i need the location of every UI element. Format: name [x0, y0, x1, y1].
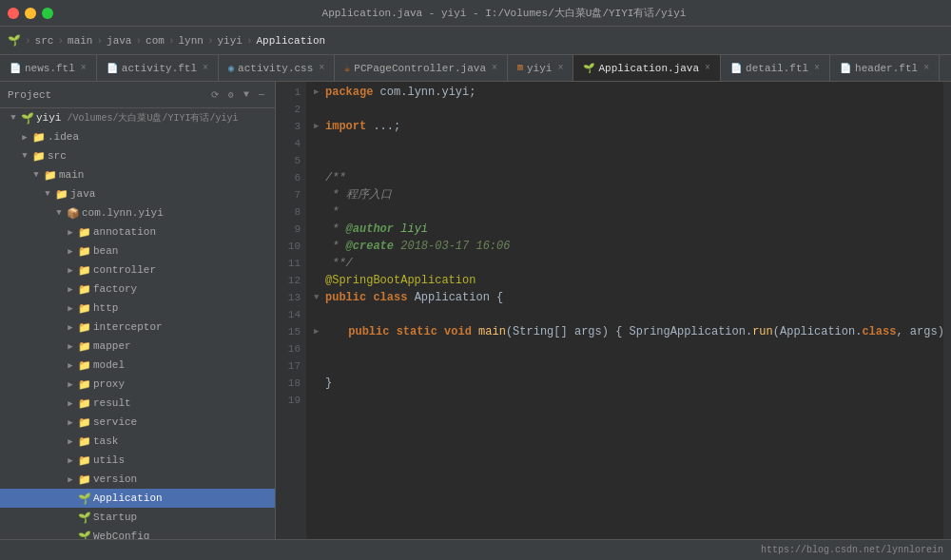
tab-detail[interactable]: 📄 detail.ftl ×	[721, 55, 830, 81]
tree-item-package[interactable]: ▼ 📦 com.lynn.yiyi	[0, 203, 275, 222]
task-folder-icon: 📁	[78, 435, 91, 448]
proxy-folder-icon: 📁	[78, 378, 91, 391]
detail-icon: 📄	[730, 63, 742, 74]
tab-news-close[interactable]: ×	[81, 63, 87, 73]
tree-item-model[interactable]: ▶ 📁 model	[0, 356, 275, 375]
tree-item-task[interactable]: ▶ 📁 task	[0, 432, 275, 451]
sidebar-sync-btn[interactable]: ⟳	[208, 88, 222, 102]
tree-arrow-service: ▶	[65, 417, 76, 428]
tab-activity-ftl-close[interactable]: ×	[203, 63, 208, 73]
tab-activity-css[interactable]: ◉ activity.css ×	[219, 55, 335, 81]
title-bar: Application.java - yiyi - I:/Volumes/大白菜…	[0, 0, 951, 27]
tree-label-utils: utils	[93, 454, 125, 466]
tree-label-interceptor: interceptor	[93, 321, 163, 333]
sidebar-hide-btn[interactable]: —	[256, 88, 267, 101]
tree-item-application-class[interactable]: 🌱 Application	[0, 489, 275, 508]
tree-item-http[interactable]: ▶ 📁 http	[0, 299, 275, 318]
fold-13[interactable]: ▼	[314, 289, 323, 306]
tree-item-java[interactable]: ▼ 📁 java	[0, 184, 275, 203]
application-icon: 🌱	[583, 63, 594, 74]
tree-item-version[interactable]: ▶ 📁 version	[0, 470, 275, 489]
java-folder-icon: 📁	[55, 188, 68, 201]
maximize-button[interactable]	[42, 8, 53, 19]
code-line-11: **/	[314, 255, 943, 272]
tree-label-mapper: mapper	[93, 340, 131, 352]
fold-10	[314, 238, 323, 255]
tree-label-bean: bean	[93, 245, 118, 257]
tab-application[interactable]: 🌱 Application.java ×	[573, 55, 721, 81]
utils-folder-icon: 📁	[78, 454, 91, 467]
tree-item-service[interactable]: ▶ 📁 service	[0, 413, 275, 432]
tree-item-controller[interactable]: ▶ 📁 controller	[0, 261, 275, 280]
tab-yiyi[interactable]: m yiyi ×	[508, 55, 573, 81]
tree-item-yiyi-root[interactable]: ▼ 🌱 yiyi /Volumes/大白菜U盘/YIYI有话/yiyi	[0, 108, 275, 127]
tab-pcpage-close[interactable]: ×	[492, 63, 497, 73]
tree-arrow-result: ▶	[65, 398, 76, 409]
tree-item-utils[interactable]: ▶ 📁 utils	[0, 451, 275, 470]
bean-folder-icon: 📁	[78, 245, 91, 258]
tree-label-annotation: annotation	[93, 226, 156, 238]
tree-item-factory[interactable]: ▶ 📁 factory	[0, 280, 275, 299]
tab-detail-close[interactable]: ×	[814, 63, 820, 73]
fold-1[interactable]: ▶	[314, 84, 323, 101]
code-editor[interactable]: ▶ package com.lynn.yiyi; ▶ import ...;	[306, 82, 943, 539]
breadcrumb-com[interactable]: com	[146, 35, 165, 47]
tab-header-close[interactable]: ×	[923, 63, 929, 73]
sidebar-header: Project ⟳ ⚙ ▼ —	[0, 82, 275, 108]
tree-arrow-model: ▶	[65, 360, 76, 371]
tree-item-mapper[interactable]: ▶ 📁 mapper	[0, 337, 275, 356]
breadcrumb-src[interactable]: src	[35, 35, 54, 47]
activity-css-icon: ◉	[228, 63, 234, 74]
tab-pcpage-label: PCPageController.java	[354, 63, 486, 74]
yiyi-icon: m	[517, 63, 523, 73]
fold-14	[314, 306, 323, 323]
breadcrumb-java[interactable]: java	[107, 35, 131, 47]
tab-header[interactable]: 📄 header.ftl ×	[830, 55, 940, 81]
breadcrumb-yiyi2[interactable]: yiyi	[218, 35, 243, 47]
tree-item-proxy[interactable]: ▶ 📁 proxy	[0, 375, 275, 394]
tree-label-yiyi: yiyi	[36, 112, 61, 124]
code-line-9: * @author liyi	[314, 221, 943, 238]
tree-item-interceptor[interactable]: ▶ 📁 interceptor	[0, 318, 275, 337]
tab-pcpage[interactable]: ☕ PCPageController.java ×	[335, 55, 508, 81]
sidebar-gear-btn[interactable]: ▼	[241, 88, 252, 101]
tree-item-idea[interactable]: ▶ 📁 .idea	[0, 127, 275, 146]
tree-item-webconfig[interactable]: 🌱 WebConfig	[0, 527, 275, 539]
close-button[interactable]	[8, 8, 19, 19]
tab-news[interactable]: 📄 news.ftl ×	[0, 55, 97, 81]
tab-application-close[interactable]: ×	[705, 63, 710, 73]
code-line-15: ▶ public static void main(String[] args)…	[314, 323, 943, 340]
tree-item-src[interactable]: ▼ 📁 src	[0, 146, 275, 165]
breadcrumb-sep2: ›	[57, 35, 64, 47]
tree-arrow-java: ▼	[42, 189, 53, 199]
tree-label-service: service	[93, 416, 137, 428]
fold-15[interactable]: ▶	[314, 323, 319, 340]
fold-3[interactable]: ▶	[314, 118, 323, 135]
tree-item-main[interactable]: ▼ 📁 main	[0, 165, 275, 184]
sidebar-tree: ▼ 🌱 yiyi /Volumes/大白菜U盘/YIYI有话/yiyi ▶ 📁 …	[0, 108, 275, 539]
tree-label-src: src	[48, 150, 67, 162]
breadcrumb-application[interactable]: Application	[257, 35, 326, 47]
minimize-button[interactable]	[25, 8, 36, 19]
code-line-5	[314, 152, 943, 169]
tab-activity-ftl[interactable]: 📄 activity.ftl ×	[97, 55, 219, 81]
breadcrumb-main[interactable]: main	[68, 35, 92, 47]
tree-arrow-proxy: ▶	[65, 379, 76, 390]
tree-arrow-controller: ▶	[65, 265, 76, 276]
breadcrumb-yiyi[interactable]: 🌱	[8, 34, 21, 47]
code-line-8: *	[314, 203, 943, 221]
sidebar-settings-btn[interactable]: ⚙	[225, 88, 237, 102]
tree-path-yiyi: /Volumes/大白菜U盘/YIYI有话/yiyi	[67, 111, 238, 125]
breadcrumb-sep5: ›	[168, 35, 175, 47]
tree-item-annotation[interactable]: ▶ 📁 annotation	[0, 222, 275, 241]
fold-8	[314, 203, 323, 221]
breadcrumb-lynn[interactable]: lynn	[178, 35, 203, 47]
tree-item-result[interactable]: ▶ 📁 result	[0, 394, 275, 413]
tab-activity-css-close[interactable]: ×	[319, 63, 324, 73]
code-line-6: /**	[314, 169, 943, 186]
code-line-7: * 程序入口	[314, 186, 943, 203]
tab-yiyi-close[interactable]: ×	[557, 63, 563, 73]
tree-item-startup[interactable]: 🌱 Startup	[0, 508, 275, 527]
tree-item-bean[interactable]: ▶ 📁 bean	[0, 241, 275, 261]
code-line-16	[314, 340, 943, 357]
